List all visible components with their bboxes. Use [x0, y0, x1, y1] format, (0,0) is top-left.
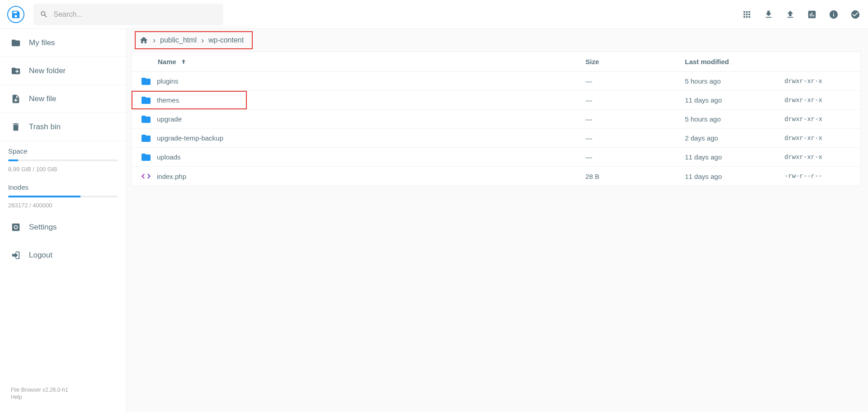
view-grid-button[interactable] [741, 9, 752, 20]
file-modified: 11 days ago [685, 153, 784, 161]
file-name: index.php [157, 173, 585, 180]
table-row[interactable]: themes—11 days agodrwxr-xr-x [132, 91, 860, 110]
chevron-right-icon: › [201, 36, 204, 45]
col-size-header[interactable]: Size [585, 58, 685, 66]
sidebar-item-settings[interactable]: Settings [0, 213, 126, 241]
file-modified: 5 hours ago [685, 77, 784, 85]
sidebar: My files New folder New file Trash bin S… [0, 29, 127, 412]
chevron-right-icon: › [153, 36, 156, 45]
file-name: uploads [157, 153, 585, 161]
breadcrumb-item[interactable]: public_html [160, 36, 197, 44]
sidebar-item-myfiles[interactable]: My files [0, 29, 126, 57]
search-input[interactable] [53, 10, 217, 19]
space-progress [8, 159, 118, 161]
folder-icon [11, 38, 21, 48]
inodes-label: Inodes [8, 183, 118, 191]
file-name: upgrade-temp-backup [157, 134, 585, 142]
search-box[interactable] [33, 4, 223, 25]
file-permissions: -rw-r--r-- [784, 173, 857, 180]
save-disk-icon [11, 9, 21, 19]
file-modified: 11 days ago [685, 173, 784, 180]
inodes-section: Inodes 263172 / 400000 [0, 177, 126, 213]
file-size: — [585, 134, 685, 142]
file-permissions: drwxr-xr-x [784, 78, 857, 85]
arrow-up-icon [180, 58, 187, 66]
space-section: Space 8.99 GiB / 100 GiB [0, 141, 126, 177]
sidebar-item-newfile[interactable]: New file [0, 85, 126, 113]
file-name: upgrade [157, 115, 585, 123]
download-icon [764, 9, 774, 19]
grid-icon [742, 9, 752, 19]
stats-button[interactable] [807, 9, 817, 20]
download-button[interactable] [763, 9, 774, 20]
logout-icon [11, 250, 21, 260]
sidebar-label: New folder [29, 66, 66, 75]
space-label: Space [8, 147, 118, 155]
table-row[interactable]: upgrade—5 hours agodrwxr-xr-x [132, 110, 860, 129]
file-modified: 5 hours ago [685, 115, 784, 123]
space-text: 8.99 GiB / 100 GiB [8, 166, 118, 173]
new-file-icon [11, 94, 21, 104]
inodes-text: 263172 / 400000 [8, 202, 118, 209]
col-modified-header[interactable]: Last modified [685, 58, 784, 66]
col-name-header[interactable]: Name [157, 58, 585, 66]
file-permissions: drwxr-xr-x [784, 135, 857, 142]
sidebar-item-logout[interactable]: Logout [0, 241, 126, 269]
sidebar-label: Settings [29, 223, 57, 232]
sidebar-item-trash[interactable]: Trash bin [0, 113, 126, 141]
sidebar-label: My files [29, 38, 55, 47]
file-permissions: drwxr-xr-x [784, 97, 857, 104]
file-modified: 11 days ago [685, 96, 784, 104]
file-size: — [585, 96, 685, 104]
table-row[interactable]: uploads—11 days agodrwxr-xr-x [132, 148, 860, 167]
table-row[interactable]: index.php28 B11 days ago-rw-r--r-- [132, 167, 860, 186]
sidebar-label: Logout [29, 251, 52, 260]
file-permissions: drwxr-xr-x [784, 116, 857, 123]
breadcrumb: › public_html › wp-content [135, 31, 253, 49]
bar-chart-icon [807, 9, 817, 19]
file-size: 28 B [585, 173, 685, 180]
breadcrumb-item[interactable]: wp-content [208, 36, 244, 44]
settings-icon [11, 222, 21, 232]
folder-icon [135, 152, 157, 163]
file-size: — [585, 115, 685, 123]
folder-icon [135, 114, 157, 125]
upload-button[interactable] [785, 9, 796, 20]
app-logo[interactable] [7, 6, 24, 23]
main-content: › public_html › wp-content Name Size Las… [127, 29, 868, 412]
check-circle-icon [850, 9, 860, 19]
header-actions [741, 9, 861, 20]
sidebar-footer: File Browser v2.26.0-h1 Help [0, 380, 126, 412]
home-icon[interactable] [139, 36, 148, 45]
file-size: — [585, 77, 685, 85]
file-permissions: drwxr-xr-x [784, 154, 857, 161]
file-name: themes [157, 96, 585, 104]
header [0, 0, 868, 29]
folder-icon [135, 133, 157, 144]
toolbar: › public_html › wp-content [131, 29, 861, 52]
file-modified: 2 days ago [685, 134, 784, 142]
file-name: plugins [157, 77, 585, 85]
inodes-progress [8, 196, 118, 197]
file-table: Name Size Last modified plugins—5 hours … [131, 52, 861, 186]
col-name-label: Name [158, 58, 176, 66]
footer-version: File Browser v2.26.0-h1 [11, 387, 115, 393]
sidebar-item-newfolder[interactable]: New folder [0, 57, 126, 85]
info-icon [829, 9, 839, 19]
trash-icon [11, 122, 21, 132]
file-size: — [585, 153, 685, 161]
code-icon [135, 171, 157, 182]
folder-icon [135, 95, 157, 106]
new-folder-icon [11, 66, 21, 76]
search-icon [40, 10, 48, 19]
table-row[interactable]: upgrade-temp-backup—2 days agodrwxr-xr-x [132, 129, 860, 148]
info-button[interactable] [828, 9, 839, 20]
folder-icon [135, 76, 157, 87]
footer-help[interactable]: Help [11, 394, 115, 400]
sidebar-label: Trash bin [29, 122, 61, 131]
table-header: Name Size Last modified [132, 52, 860, 72]
table-row[interactable]: plugins—5 hours agodrwxr-xr-x [132, 72, 860, 91]
upload-icon [785, 9, 795, 19]
select-all-button[interactable] [850, 9, 861, 20]
sidebar-label: New file [29, 94, 56, 103]
